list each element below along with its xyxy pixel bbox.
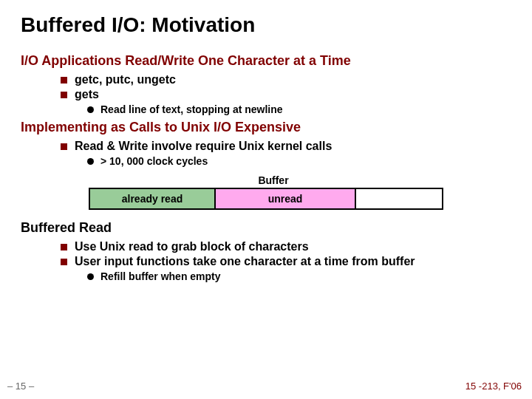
bullet-text: gets (75, 88, 99, 101)
list-item: gets (61, 88, 511, 101)
sub-list-item: > 10, 000 clock cycles (87, 155, 511, 167)
list-item: Read & Write involve require Unix kernel… (61, 140, 511, 153)
bullet-text: Read & Write involve require Unix kernel… (75, 140, 332, 153)
buffer-cell-empty (356, 189, 442, 208)
page-title: Buffered I/O: Motivation (21, 13, 511, 37)
dot-bullet-icon (87, 273, 94, 280)
section-heading-buffered-read: Buffered Read (21, 220, 511, 236)
buffer-cell-unread: unread (216, 189, 356, 208)
course-tag: 15 -213, F'06 (466, 381, 522, 392)
buffer-label: Buffer (35, 174, 511, 186)
bullet-text: User input functions take one character … (75, 255, 415, 268)
sub-list-item: Refill buffer when empty (87, 270, 511, 282)
bullet-text: getc, putc, ungetc (75, 73, 176, 86)
dot-bullet-icon (87, 158, 94, 165)
subbullet-text: Refill buffer when empty (100, 270, 221, 282)
square-bullet-icon (61, 92, 67, 98)
bullet-text: Use Unix read to grab block of character… (75, 240, 309, 253)
sub-list-item: Read line of text, stopping at newline (87, 103, 511, 115)
subbullet-text: > 10, 000 clock cycles (100, 155, 208, 167)
square-bullet-icon (61, 244, 67, 250)
section-heading-expensive: Implementing as Calls to Unix I/O Expens… (21, 120, 511, 135)
list-item: User input functions take one character … (61, 255, 511, 268)
square-bullet-icon (61, 77, 67, 83)
square-bullet-icon (61, 259, 67, 265)
list-item: Use Unix read to grab block of character… (61, 240, 511, 253)
buffer-cell-already-read: already read (90, 189, 216, 208)
list-item: getc, putc, ungetc (61, 73, 511, 86)
square-bullet-icon (61, 143, 67, 150)
buffer-diagram: already read unread (89, 188, 443, 210)
dot-bullet-icon (87, 106, 94, 113)
subbullet-text: Read line of text, stopping at newline (100, 103, 283, 115)
section-heading-io-apps: I/O Applications Read/Write One Characte… (21, 53, 511, 69)
slide-number: – 15 – (7, 381, 34, 392)
